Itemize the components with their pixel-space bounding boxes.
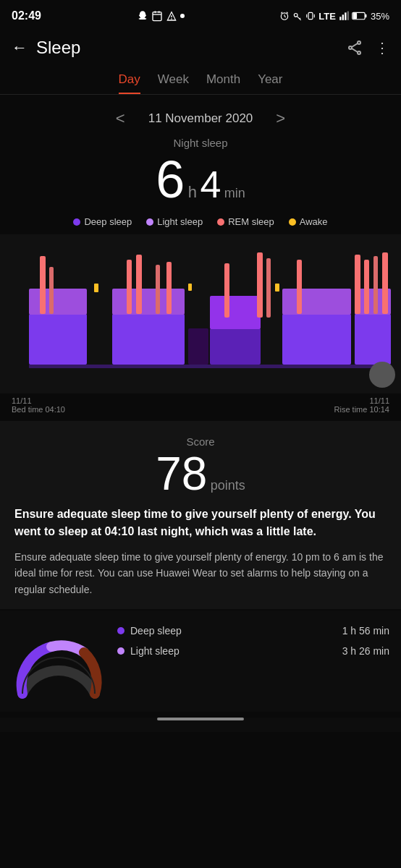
- svg-rect-32: [355, 314, 391, 365]
- rem-sleep-dot: [217, 218, 224, 226]
- sleep-chart: [0, 234, 401, 393]
- sleep-h-label: h: [188, 183, 197, 201]
- svg-rect-30: [210, 328, 261, 365]
- score-label: Score: [14, 435, 387, 448]
- deep-sleep-label: Deep sleep: [84, 216, 132, 227]
- svg-rect-49: [364, 260, 369, 314]
- svg-rect-28: [29, 314, 87, 365]
- description-bold: Ensure adequate sleep time to give yours…: [14, 506, 387, 540]
- lte-label: LTE: [318, 11, 336, 22]
- svg-line-25: [352, 43, 358, 47]
- svg-line-26: [352, 48, 358, 52]
- more-button[interactable]: ⋮: [375, 39, 389, 56]
- svg-rect-21: [353, 13, 358, 19]
- svg-point-22: [358, 41, 360, 44]
- svg-rect-35: [210, 296, 261, 329]
- svg-rect-18: [347, 12, 349, 20]
- description-normal: Ensure adequate sleep time to give yours…: [14, 549, 387, 597]
- scroll-handle[interactable]: [369, 362, 395, 388]
- tab-week[interactable]: Week: [158, 72, 189, 94]
- svg-line-11: [300, 18, 300, 19]
- legend-awake: Awake: [289, 216, 328, 227]
- svg-rect-54: [275, 284, 279, 292]
- tabs: Day Week Month Year: [0, 67, 401, 95]
- vibrate-icon: [305, 11, 316, 21]
- signal-icon: [339, 11, 349, 21]
- battery-percent: 35%: [371, 11, 389, 22]
- chart-label-left: 11/11 Bed time 04:10: [12, 396, 65, 414]
- tab-month[interactable]: Month: [206, 72, 240, 94]
- header: ← Sleep ⋮: [0, 29, 401, 67]
- legend-rem-sleep: REM sleep: [217, 216, 274, 227]
- svg-rect-38: [40, 256, 46, 314]
- svg-point-9: [295, 14, 298, 17]
- svg-rect-50: [373, 256, 378, 314]
- light-sleep-dot: [146, 218, 153, 226]
- svg-rect-40: [127, 260, 132, 314]
- svg-rect-43: [166, 262, 172, 314]
- sleep-chart-svg: [0, 234, 401, 393]
- breakdown-light-time: 3 h 26 min: [342, 645, 389, 657]
- svg-rect-46: [266, 258, 271, 318]
- svg-rect-52: [94, 284, 98, 292]
- svg-rect-36: [282, 289, 351, 315]
- alarm-icon: [279, 11, 290, 21]
- svg-rect-51: [382, 252, 388, 314]
- awake-label: Awake: [300, 216, 328, 227]
- share-icon[interactable]: [346, 39, 363, 56]
- breakdown-deep-dot: [117, 627, 124, 634]
- breakdown-list: Deep sleep 1 h 56 min Light sleep 3 h 26…: [117, 625, 389, 657]
- rem-sleep-label: REM sleep: [228, 216, 274, 227]
- svg-point-23: [349, 46, 352, 49]
- svg-rect-15: [339, 17, 341, 20]
- warning-icon: [166, 10, 177, 22]
- light-sleep-label: Light sleep: [157, 216, 203, 227]
- status-time: 02:49: [12, 9, 41, 22]
- snapchat-icon: [137, 10, 148, 22]
- status-icons: [137, 10, 185, 22]
- svg-rect-31: [282, 314, 351, 365]
- deep-sleep-dot: [73, 218, 80, 226]
- rise-time: Rise time 10:14: [334, 405, 389, 414]
- page-title: Sleep: [36, 38, 80, 58]
- svg-rect-48: [355, 255, 360, 314]
- sleep-minutes: 4: [200, 163, 221, 205]
- svg-rect-44: [224, 263, 229, 318]
- rise-date: 11/11: [334, 396, 389, 405]
- gauge-chart: [12, 625, 106, 697]
- chart-labels: 11/11 Bed time 04:10 11/11 Rise time 10:…: [0, 393, 401, 415]
- prev-date-button[interactable]: <: [110, 106, 131, 131]
- key-icon: [292, 11, 303, 21]
- svg-rect-55: [188, 328, 208, 365]
- breakdown-light-sleep: Light sleep 3 h 26 min: [117, 645, 389, 657]
- svg-rect-47: [297, 260, 302, 314]
- svg-rect-42: [156, 265, 160, 314]
- tab-day[interactable]: Day: [119, 72, 140, 94]
- breakdown-deep-sleep: Deep sleep 1 h 56 min: [117, 625, 389, 637]
- bottom-bar: [0, 718, 401, 732]
- svg-line-6: [284, 17, 286, 17]
- svg-rect-39: [49, 267, 54, 314]
- svg-rect-53: [188, 284, 192, 291]
- svg-rect-17: [345, 12, 346, 20]
- score-number: 78: [156, 448, 207, 500]
- home-indicator: [157, 718, 244, 720]
- score-section: Score 78 points Ensure adequate sleep ti…: [0, 421, 401, 609]
- awake-dot: [289, 218, 296, 226]
- legend-light-sleep: Light sleep: [146, 216, 203, 227]
- sleep-label: Night sleep: [0, 137, 401, 149]
- score-value-row: 78 points: [14, 451, 387, 497]
- tab-year[interactable]: Year: [258, 72, 282, 94]
- svg-rect-34: [112, 289, 185, 315]
- sleep-duration: 6 h 4 min: [0, 149, 401, 212]
- legend-deep-sleep: Deep sleep: [73, 216, 132, 227]
- sleep-hours: 6: [156, 150, 185, 208]
- score-points-label: points: [211, 478, 245, 493]
- back-button[interactable]: ←: [12, 38, 28, 57]
- svg-line-8: [287, 12, 288, 14]
- breakdown-deep-time: 1 h 56 min: [342, 625, 389, 637]
- date-navigation: < 11 November 2020 >: [0, 95, 401, 134]
- svg-rect-20: [365, 14, 366, 18]
- next-date-button[interactable]: >: [270, 106, 291, 131]
- battery-icon: [352, 12, 368, 20]
